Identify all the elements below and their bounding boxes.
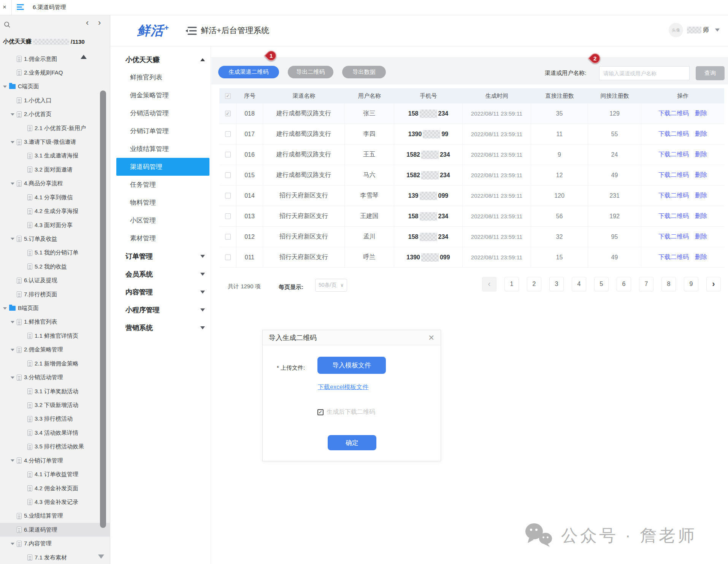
scrollbar-thumb[interactable] xyxy=(100,91,106,528)
tree-item-4.2 佣金补发页面[interactable]: 4.2 佣金补发页面 xyxy=(0,481,110,495)
tree-item-4.3 佣金补发记录[interactable]: 4.3 佣金补发记录 xyxy=(0,495,110,509)
sidebar-item-素材管理[interactable]: 素材管理 xyxy=(110,229,211,247)
tree-item-7.排行榜页面[interactable]: 7.排行榜页面 xyxy=(0,288,110,301)
tree-item-5.1 我的分销订单[interactable]: 5.1 我的分销订单 xyxy=(0,246,110,260)
sidebar-item-订单管理[interactable]: 订单管理 xyxy=(110,247,211,265)
chevron-up-icon[interactable] xyxy=(200,58,205,61)
checkbox-checked-icon[interactable]: ✓ xyxy=(317,409,324,415)
page-button-1[interactable]: 1 xyxy=(504,277,519,291)
sidebar-item-会员系统[interactable]: 会员系统 xyxy=(110,265,211,283)
tree-item-2.1 新增佣金策略[interactable]: 2.1 新增佣金策略 xyxy=(0,357,110,370)
download-after-generate-option[interactable]: ✓ 生成后下载二维码 xyxy=(317,408,375,416)
download-qr-link[interactable]: 下载二维码 xyxy=(658,192,689,200)
tree-item-1.1 鲜推官详情页[interactable]: 1.1 鲜推官详情页 xyxy=(0,329,110,343)
sidebar-item-小程序管理[interactable]: 小程序管理 xyxy=(110,301,211,319)
tree-item-7.内容管理[interactable]: 7.内容管理 xyxy=(0,537,110,551)
caret-down-icon[interactable] xyxy=(2,85,8,89)
sidebar-item-小区管理[interactable]: 小区管理 xyxy=(110,211,211,229)
tree-item-B端页面[interactable]: B端页面 xyxy=(0,302,110,315)
chevron-down-icon[interactable] xyxy=(715,29,720,32)
tree-item-C端页面[interactable]: C端页面 xyxy=(0,80,110,94)
caret-down-icon[interactable] xyxy=(10,376,15,380)
download-qr-link[interactable]: 下载二维码 xyxy=(658,212,689,220)
delete-link[interactable]: 删除 xyxy=(695,130,707,138)
delete-link[interactable]: 删除 xyxy=(695,192,707,200)
scroll-down-icon[interactable] xyxy=(98,554,104,559)
caret-down-icon[interactable] xyxy=(10,542,15,546)
row-checkbox[interactable]: ✓ xyxy=(225,254,231,260)
row-checkbox[interactable]: ✓ xyxy=(225,111,231,116)
delete-link[interactable]: 删除 xyxy=(695,151,707,159)
export-data-button[interactable]: 导出数据 xyxy=(342,66,386,78)
sidebar-item-业绩结算管理[interactable]: 业绩结算管理 xyxy=(110,140,211,158)
page-button-5[interactable]: 5 xyxy=(594,277,609,291)
tree-item-2.业务规则FAQ[interactable]: 2.业务规则FAQ xyxy=(0,66,110,79)
caret-down-icon[interactable] xyxy=(10,320,15,324)
page-button-9[interactable]: 9 xyxy=(684,277,698,291)
import-template-button[interactable]: 导入模板文件 xyxy=(317,357,386,374)
tree-item-4.商品分享流程[interactable]: 4.商品分享流程 xyxy=(0,177,110,191)
next-page-button[interactable]: › xyxy=(706,277,721,291)
row-checkbox[interactable]: ✓ xyxy=(225,131,231,137)
chevron-down-icon[interactable] xyxy=(200,291,205,294)
chevron-down-icon[interactable] xyxy=(200,273,205,276)
page-button-2[interactable]: 2 xyxy=(527,277,541,291)
close-icon[interactable]: ✕ xyxy=(428,333,435,342)
caret-down-icon[interactable] xyxy=(10,237,15,241)
download-qr-link[interactable]: 下载二维码 xyxy=(658,233,689,241)
page-button-4[interactable]: 4 xyxy=(572,277,586,291)
sidebar-item-分销订单管理[interactable]: 分销订单管理 xyxy=(110,122,211,140)
chevron-down-icon[interactable] xyxy=(200,308,205,311)
sidebar-item-营销系统[interactable]: 营销系统 xyxy=(110,319,211,337)
sidebar-item-佣金策略管理[interactable]: 佣金策略管理 xyxy=(110,86,211,104)
row-checkbox[interactable]: ✓ xyxy=(225,152,231,157)
chevron-down-icon[interactable] xyxy=(200,326,205,329)
caret-down-icon[interactable] xyxy=(10,140,15,144)
row-checkbox[interactable]: ✓ xyxy=(225,193,231,199)
tree-item-6.渠道码管理[interactable]: 6.渠道码管理 xyxy=(0,523,110,537)
download-qr-link[interactable]: 下载二维码 xyxy=(658,253,689,261)
tree-item-5.业绩结算管理[interactable]: 5.业绩结算管理 xyxy=(0,509,110,523)
tree-item-3.4 活动效果详情[interactable]: 3.4 活动效果详情 xyxy=(0,426,110,440)
tree-item-3.2 面对面邀请[interactable]: 3.2 面对面邀请 xyxy=(0,163,110,176)
tree-item-1.小优入口[interactable]: 1.小优入口 xyxy=(0,94,110,107)
page-button-6[interactable]: 6 xyxy=(617,277,631,291)
tree-item-3.1 生成邀请海报[interactable]: 3.1 生成邀请海报 xyxy=(0,149,110,163)
tree-item-2.小优首页[interactable]: 2.小优首页 xyxy=(0,108,110,121)
menu-icon[interactable] xyxy=(17,4,24,11)
caret-down-icon[interactable] xyxy=(10,459,15,462)
download-template-link[interactable]: 下载excel模板文件 xyxy=(318,383,368,391)
sidebar-item-任务管理[interactable]: 任务管理 xyxy=(110,176,211,194)
tree-item-4.2 生成分享海报[interactable]: 4.2 生成分享海报 xyxy=(0,205,110,218)
user-area[interactable]: 头像 师 xyxy=(669,23,720,37)
tree-item-7.1 发布素材[interactable]: 7.1 发布素材 xyxy=(0,551,110,564)
sidebar-item-小优天天赚[interactable]: 小优天天赚 xyxy=(110,51,211,68)
download-qr-link[interactable]: 下载二维码 xyxy=(658,130,689,138)
row-checkbox[interactable]: ✓ xyxy=(225,172,231,178)
tree-item-3.3 排行榜活动[interactable]: 3.3 排行榜活动 xyxy=(0,412,110,426)
sidebar-item-渠道码管理[interactable]: 渠道码管理 xyxy=(116,158,209,176)
menu-fold-icon[interactable] xyxy=(185,26,197,37)
tree-item-4.分销订单管理[interactable]: 4.分销订单管理 xyxy=(0,454,110,467)
caret-down-icon[interactable] xyxy=(10,348,15,352)
tree-item-4.1 分享到微信[interactable]: 4.1 分享到微信 xyxy=(0,191,110,204)
per-page-select[interactable]: 50条/页 ∨ xyxy=(315,279,347,292)
sidebar-item-分销活动管理[interactable]: 分销活动管理 xyxy=(110,104,211,122)
tree-item-4.3 面对面分享[interactable]: 4.3 面对面分享 xyxy=(0,218,110,232)
tree-item-4.1 订单收益管理[interactable]: 4.1 订单收益管理 xyxy=(0,468,110,481)
sidebar-item-鲜推官列表[interactable]: 鲜推官列表 xyxy=(110,68,211,86)
delete-link[interactable]: 删除 xyxy=(695,233,707,241)
page-button-3[interactable]: 3 xyxy=(549,277,564,291)
download-qr-link[interactable]: 下载二维码 xyxy=(658,110,689,118)
download-qr-link[interactable]: 下载二维码 xyxy=(658,171,689,179)
tree-item-6.认证及提现[interactable]: 6.认证及提现 xyxy=(0,274,110,288)
tree-item-5.订单及收益[interactable]: 5.订单及收益 xyxy=(0,232,110,246)
caret-down-icon[interactable] xyxy=(2,307,8,310)
scroll-up-icon[interactable] xyxy=(81,55,87,59)
tree-item-3.邀请下级-微信邀请[interactable]: 3.邀请下级-微信邀请 xyxy=(0,135,110,149)
sidebar-item-内容管理[interactable]: 内容管理 xyxy=(110,283,211,301)
sidebar-item-物料管理[interactable]: 物料管理 xyxy=(110,194,211,211)
tree-item-1.鲜推官列表[interactable]: 1.鲜推官列表 xyxy=(0,315,110,329)
tree-item-2.1 小优首页-新用户[interactable]: 2.1 小优首页-新用户 xyxy=(0,121,110,135)
tree-item-3.1 订单奖励活动[interactable]: 3.1 订单奖励活动 xyxy=(0,384,110,398)
